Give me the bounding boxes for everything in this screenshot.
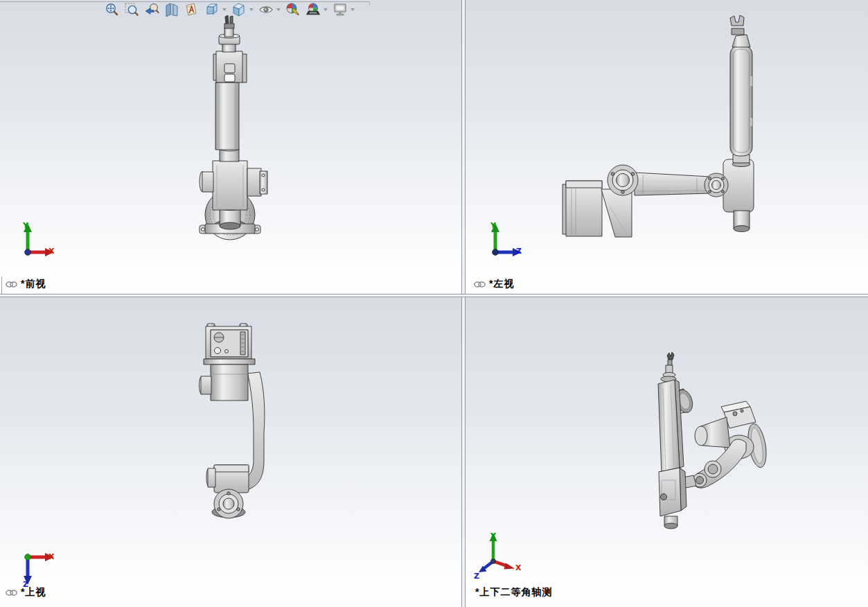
view-settings-icon [333, 1, 348, 18]
view-orientation-dropdown-arrow[interactable] [222, 8, 227, 11]
model-left-view[interactable] [561, 14, 762, 243]
left-edge-tick [1, 276, 2, 294]
headsup-toolbar [104, 1, 355, 18]
viewport-label-front: *前视 [6, 278, 46, 290]
axis-label-x: X [48, 247, 54, 256]
viewport-label-text: *上视 [21, 586, 46, 599]
edit-appearance-button[interactable] [285, 1, 301, 18]
viewport-top[interactable]: X Z *上视 [0, 297, 461, 607]
top-border-tick [369, 1, 370, 6]
axis-label-y: Y [23, 221, 28, 230]
edit-appearance-icon [285, 1, 301, 18]
viewport-splitter-vertical[interactable] [461, 0, 466, 607]
axis-label-z: Z [474, 572, 479, 581]
apply-scene-icon [305, 1, 321, 18]
viewport-label-text: *左视 [489, 278, 514, 290]
viewport-isometric[interactable]: Y X Z *上下二等角轴测 [466, 297, 868, 607]
viewport-left[interactable]: Y Z *左视 [466, 0, 868, 294]
annotation-visibility-icon [184, 1, 200, 18]
display-style-icon [231, 1, 247, 18]
section-view-icon [164, 1, 179, 18]
viewport-label-text: *前视 [21, 278, 46, 290]
view-orientation-icon [204, 1, 220, 18]
display-style-dropdown-arrow[interactable] [249, 8, 254, 11]
viewport-label-top: *上视 [6, 586, 46, 599]
model-front-view[interactable] [194, 15, 274, 240]
annotation-visibility-button[interactable] [184, 1, 200, 18]
hide-show-items-dropdown-arrow[interactable] [276, 8, 281, 11]
section-view-button[interactable] [164, 1, 179, 18]
viewport-front[interactable]: Y X *前视 [0, 0, 461, 294]
hide-show-items-icon [258, 1, 274, 18]
axis-label-y: Y [490, 221, 496, 230]
viewport-label-isometric: *上下二等角轴测 [475, 586, 552, 599]
previous-view-icon [144, 1, 159, 18]
zoom-to-fit-button[interactable] [104, 1, 119, 18]
axis-label-z: Z [516, 247, 522, 256]
model-isometric-view[interactable] [641, 350, 772, 537]
view-orientation-button[interactable] [204, 1, 227, 18]
previous-view-button[interactable] [144, 1, 159, 18]
model-top-view[interactable] [197, 322, 274, 527]
view-settings-dropdown-arrow[interactable] [351, 8, 355, 11]
viewport-label-text: *上下二等角轴测 [475, 586, 552, 599]
axis-label-x: X [515, 563, 521, 572]
viewport-label-left: *左视 [474, 278, 514, 290]
display-style-button[interactable] [231, 1, 254, 18]
zoom-to-area-button[interactable] [124, 1, 139, 18]
apply-scene-dropdown-arrow[interactable] [324, 8, 328, 11]
zoom-to-area-icon [124, 1, 139, 18]
link-icon [6, 589, 17, 597]
apply-scene-button[interactable] [305, 1, 328, 18]
hide-show-items-button[interactable] [258, 1, 281, 18]
viewport-splitter-horizontal[interactable] [0, 294, 868, 297]
link-icon [6, 281, 17, 288]
zoom-to-fit-icon [104, 1, 119, 18]
axis-label-x: X [48, 552, 54, 561]
view-settings-button[interactable] [333, 1, 355, 18]
link-icon [474, 281, 486, 288]
axis-label-y: Y [490, 531, 496, 540]
